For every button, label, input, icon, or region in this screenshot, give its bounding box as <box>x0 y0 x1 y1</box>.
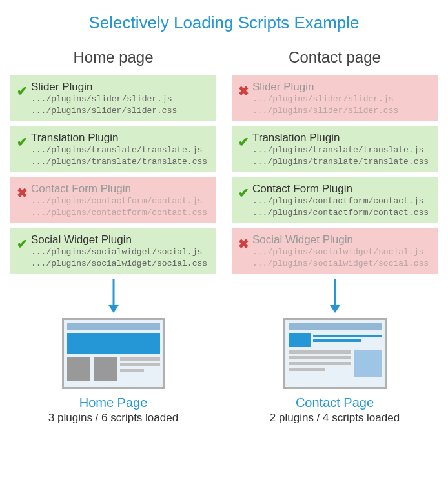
diagram-title: Selectively Loading Scripts Example <box>10 13 438 33</box>
plugin-file: .../plugins/translate/translate.js <box>252 145 431 156</box>
plugin-row: ✔Translation Plugin.../plugins/translate… <box>10 126 216 172</box>
column-header: Contact page <box>232 48 438 66</box>
column-home: Home page✔Slider Plugin.../plugins/slide… <box>10 48 216 424</box>
page-name: Contact Page <box>232 395 438 410</box>
plugin-row: ✔Translation Plugin.../plugins/translate… <box>232 126 438 172</box>
plugin-row: ✔Slider Plugin.../plugins/slider/slider.… <box>10 75 216 121</box>
cross-icon: ✖ <box>238 83 252 99</box>
plugin-file: .../plugins/translate/translate.css <box>252 156 431 168</box>
plugin-name: Social Widget Plugin <box>252 234 431 246</box>
plugin-name: Translation Plugin <box>252 132 431 145</box>
plugin-file: .../plugins/slider/slider.js <box>31 94 210 105</box>
plugin-name: Contact Form Plugin <box>252 183 431 195</box>
plugin-row: ✖Social Widget Plugin.../plugins/socialw… <box>232 228 438 274</box>
arrow-down-icon <box>10 279 216 314</box>
check-icon: ✔ <box>238 185 252 201</box>
plugin-file: .../plugins/contactform/contact.js <box>252 195 431 207</box>
svg-marker-3 <box>330 305 340 313</box>
plugin-file: .../plugins/contactform/contact.js <box>31 195 210 207</box>
check-icon: ✔ <box>17 83 31 99</box>
plugin-file: .../plugins/slider/slider.css <box>31 105 210 117</box>
arrow-down-icon <box>232 279 438 314</box>
check-icon: ✔ <box>238 134 252 150</box>
plugin-row: ✔Social Widget Plugin.../plugins/socialw… <box>10 228 216 274</box>
plugin-file: .../plugins/contactform/contact.css <box>31 207 210 219</box>
plugin-file: .../plugins/contactform/contact.css <box>252 207 431 219</box>
plugin-file: .../plugins/socialwidget/social.js <box>252 246 431 258</box>
plugin-file: .../plugins/slider/slider.js <box>252 94 431 105</box>
plugin-row: ✖Slider Plugin.../plugins/slider/slider.… <box>232 75 438 121</box>
page-stats: 3 plugins / 6 scripts loaded <box>10 412 216 424</box>
plugin-file: .../plugins/slider/slider.css <box>252 105 431 117</box>
plugin-file: .../plugins/socialwidget/social.js <box>31 246 210 258</box>
page-stats: 2 plugins / 4 scripts loaded <box>232 412 438 424</box>
cross-icon: ✖ <box>17 185 31 201</box>
cross-icon: ✖ <box>238 236 252 252</box>
contact-page-mockup <box>283 318 387 389</box>
plugin-row: ✔Contact Form Plugin.../plugins/contactf… <box>232 177 438 223</box>
plugin-name: Slider Plugin <box>31 81 210 94</box>
plugin-file: .../plugins/translate/translate.css <box>31 156 210 168</box>
column-contact: Contact page✖Slider Plugin.../plugins/sl… <box>232 48 438 424</box>
plugin-file: .../plugins/socialwidget/social.css <box>31 258 210 270</box>
plugin-name: Translation Plugin <box>31 132 210 145</box>
plugin-file: .../plugins/translate/translate.js <box>31 145 210 156</box>
home-page-mockup <box>62 318 165 389</box>
columns: Home page✔Slider Plugin.../plugins/slide… <box>10 48 438 424</box>
column-header: Home page <box>10 48 216 66</box>
plugin-row: ✖Contact Form Plugin.../plugins/contactf… <box>10 177 216 223</box>
plugin-file: .../plugins/socialwidget/social.css <box>252 258 431 270</box>
plugin-name: Contact Form Plugin <box>31 183 210 195</box>
plugin-name: Social Widget Plugin <box>31 234 210 246</box>
plugin-name: Slider Plugin <box>252 81 431 94</box>
svg-marker-1 <box>108 305 119 313</box>
page-name: Home Page <box>10 395 216 410</box>
check-icon: ✔ <box>17 236 31 252</box>
check-icon: ✔ <box>17 134 31 150</box>
